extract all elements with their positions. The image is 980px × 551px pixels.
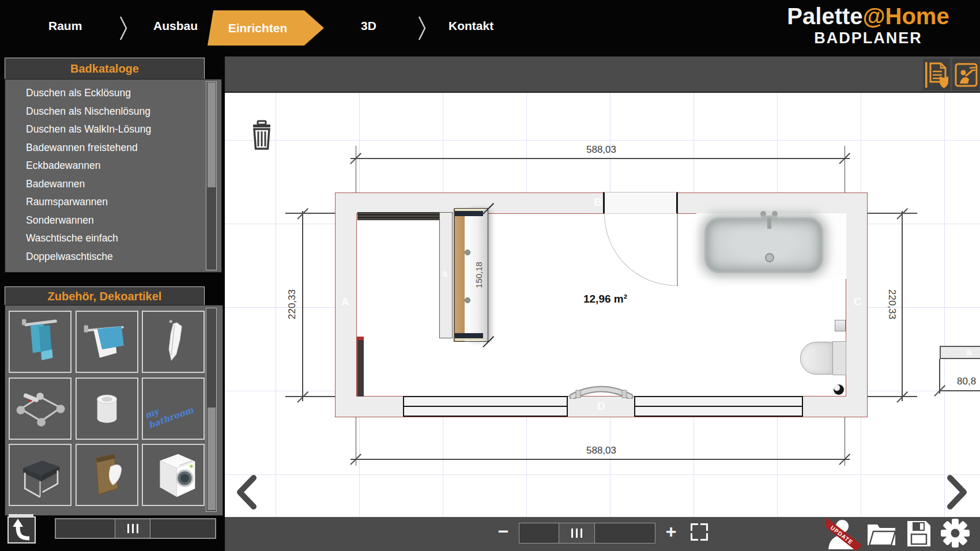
bathtub-faucet-icon	[759, 210, 782, 230]
page-right-arrow[interactable]	[944, 474, 970, 511]
dim-line-top	[350, 158, 850, 159]
toilet-cistern[interactable]	[832, 341, 846, 375]
privacy-document-button[interactable]	[923, 59, 950, 90]
update-profile-button[interactable]: UPDATE	[826, 517, 862, 550]
trash-icon[interactable]	[250, 120, 274, 151]
zoom-slider-handle[interactable]	[559, 523, 595, 543]
towel-radiator[interactable]	[357, 337, 364, 397]
deco-lettering-text: my bathroom	[144, 391, 205, 431]
catalog-scrollbar-thumb[interactable]	[208, 82, 216, 187]
toilet-flush-box[interactable]	[835, 320, 846, 331]
towel-bar[interactable]	[568, 382, 635, 399]
catalog-item[interactable]: Waschtische einfach	[5, 229, 221, 248]
sidebar-horizontal-slider[interactable]	[55, 518, 216, 539]
catalog-item[interactable]: Raumsparwannen	[5, 193, 221, 212]
presenter-board-icon	[954, 61, 978, 89]
page-left-arrow[interactable]	[234, 474, 259, 511]
save-button[interactable]	[905, 519, 933, 549]
catalog-item[interactable]: Duschen als Ecklösung	[5, 84, 221, 103]
nav-step-ausbau[interactable]: Ausbau	[153, 19, 198, 33]
fullscreen-button[interactable]	[691, 523, 708, 541]
tile-wall-lettering-deco[interactable]: my bathroom	[142, 378, 205, 440]
settings-button[interactable]	[938, 516, 972, 550]
radiator[interactable]	[357, 212, 440, 220]
bottom-wall-element-left[interactable]	[403, 396, 568, 417]
catalog-list-panel: Duschen als EcklösungDuschen als Nischen…	[5, 79, 222, 273]
app-logo: Palette@Home BADPLANER	[779, 3, 957, 47]
catalog-list: Duschen als EcklösungDuschen als Nischen…	[5, 84, 221, 266]
door-leaf[interactable]	[677, 214, 678, 286]
catalog-item[interactable]: Badewannen freistehend	[5, 139, 221, 157]
catalog-item[interactable]: Duschen als WalkIn-Lösung	[5, 120, 221, 139]
nav-step-einrichten-label: Einrichten	[228, 21, 288, 35]
tile-towel-rail-hanging-towels[interactable]	[9, 311, 71, 373]
nav-step-kontakt[interactable]: Kontakt	[448, 19, 493, 33]
tutorial-button[interactable]	[952, 59, 979, 90]
tile-bathrobe-hook[interactable]	[142, 311, 205, 373]
bottom-wall-element-right[interactable]	[634, 396, 803, 417]
chevron-separator-icon	[417, 15, 428, 41]
wall-letter-b-top: B	[594, 196, 602, 209]
accessories-header: Zubehör, Dekoartikel	[5, 286, 205, 306]
zoom-out-button[interactable]: −	[493, 520, 514, 544]
top-nav-bar: Raum Ausbau Einrichten 3D Kontakt Palett…	[0, 0, 980, 56]
catalog-item[interactable]: Duschen als Nischenlösung	[5, 103, 221, 121]
document-shield-icon	[925, 61, 949, 89]
door-opening[interactable]	[603, 192, 678, 214]
wall-letter-c-right: C	[854, 296, 862, 308]
toilet-bowl[interactable]	[800, 342, 834, 375]
catalog-item[interactable]: Badewannen	[5, 175, 221, 194]
dim-vanity-label: 150,18	[458, 255, 499, 295]
dim-bottom-label: 588,03	[572, 445, 630, 456]
fullscreen-icon	[691, 523, 698, 531]
nav-step-einrichten-active[interactable]: Einrichten	[208, 10, 324, 46]
adjacent-wall-band[interactable]	[940, 346, 980, 359]
zoom-slider[interactable]	[519, 523, 655, 544]
wall-letter-a-partition: a	[442, 269, 447, 279]
tile-floor-grab-rail[interactable]	[9, 378, 71, 440]
wall-letter-d-bottom: D	[597, 400, 605, 413]
open-folder-button[interactable]	[866, 520, 897, 548]
logo-home: @Home	[863, 3, 949, 29]
back-up-button[interactable]	[7, 516, 36, 544]
sidebar-slider-handle[interactable]	[115, 519, 150, 538]
catalog-item[interactable]: Sonderwannen	[5, 212, 221, 230]
up-arrow-icon	[9, 518, 35, 542]
bathtub-drain	[765, 253, 774, 262]
catalog-header: Badkataloge	[5, 58, 205, 80]
logo-palette: Palette	[787, 3, 862, 29]
logo-subtitle: BADPLANER	[779, 29, 957, 47]
tile-towel-rail-folded-towels[interactable]	[76, 311, 138, 373]
floor-drain	[834, 384, 844, 395]
wall-letter-a-left: A	[341, 296, 349, 308]
room-area-label: 12,96 m²	[574, 293, 637, 305]
nav-step-raum[interactable]: Raum	[48, 19, 82, 33]
dim-partial-right-label: 80,8	[957, 376, 980, 387]
wall-letter-a-right-band: a	[966, 346, 971, 358]
tile-waste-bin[interactable]	[76, 378, 138, 440]
accessories-scrollbar-thumb[interactable]	[208, 407, 216, 510]
catalog-item[interactable]: Eckbadewannen	[5, 157, 221, 175]
tile-bath-stool[interactable]	[9, 444, 71, 506]
dim-right-label: 220,33	[872, 284, 912, 324]
dim-top-label: 588,03	[572, 144, 630, 156]
dim-left-label: 220,33	[272, 284, 312, 324]
catalog-item[interactable]: Doppelwaschtische	[5, 248, 221, 266]
nav-step-3d[interactable]: 3D	[361, 19, 376, 33]
dim-line-bottom	[350, 459, 850, 460]
zoom-in-button[interactable]: +	[661, 520, 681, 544]
tile-laundry-basket-towel[interactable]	[76, 444, 138, 506]
chevron-separator-icon	[119, 15, 129, 41]
tile-washing-machine[interactable]	[142, 444, 205, 506]
canvas-top-strip	[225, 56, 980, 93]
